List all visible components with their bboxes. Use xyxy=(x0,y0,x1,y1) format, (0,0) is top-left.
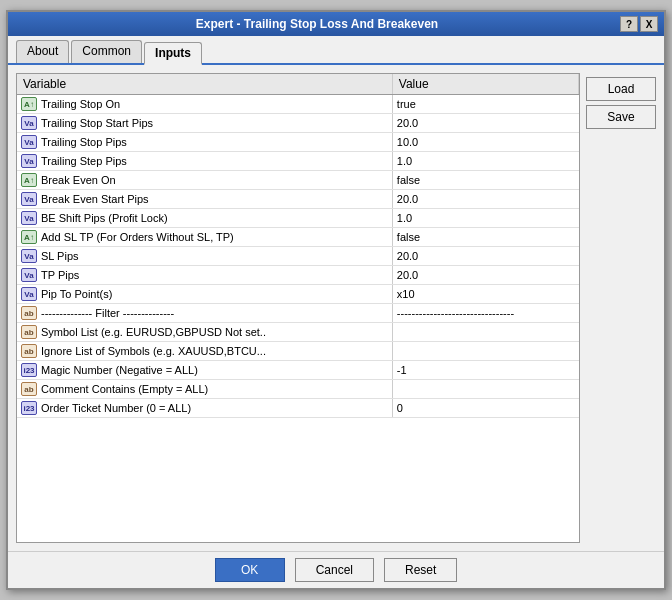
col-value-header: Value xyxy=(392,74,578,95)
value-cell: x10 xyxy=(392,285,578,304)
table-row[interactable]: A↑ Trailing Stop On true xyxy=(17,95,579,114)
variable-name: Ignore List of Symbols (e.g. XAUUSD,BTCU… xyxy=(41,345,266,357)
side-buttons: Load Save xyxy=(586,73,656,543)
table-row[interactable]: ab -------------- Filter -------------- … xyxy=(17,304,579,323)
tab-common[interactable]: Common xyxy=(71,40,142,63)
table-row[interactable]: i23 Magic Number (Negative = ALL) -1 xyxy=(17,361,579,380)
row-type-icon: ab xyxy=(21,306,37,320)
variable-name: Trailing Step Pips xyxy=(41,155,127,167)
inputs-table: Variable Value A↑ Trailing Stop On true … xyxy=(17,74,579,418)
variable-cell: ab Symbol List (e.g. EURUSD,GBPUSD Not s… xyxy=(21,325,388,339)
value-cell xyxy=(392,323,578,342)
table-row[interactable]: Va Pip To Point(s) x10 xyxy=(17,285,579,304)
variable-cell: ab -------------- Filter -------------- xyxy=(21,306,388,320)
variable-name: Symbol List (e.g. EURUSD,GBPUSD Not set.… xyxy=(41,326,266,338)
row-type-icon: ab xyxy=(21,382,37,396)
variable-cell: Va TP Pips xyxy=(21,268,388,282)
table-row[interactable]: ab Comment Contains (Empty = ALL) xyxy=(17,380,579,399)
table-row[interactable]: Va TP Pips 20.0 xyxy=(17,266,579,285)
table-row[interactable]: ab Symbol List (e.g. EURUSD,GBPUSD Not s… xyxy=(17,323,579,342)
variable-cell: Va Trailing Step Pips xyxy=(21,154,388,168)
row-type-icon: Va xyxy=(21,211,37,225)
title-bar: Expert - Trailing Stop Loss And Breakeve… xyxy=(8,12,664,36)
main-area: Variable Value A↑ Trailing Stop On true … xyxy=(16,73,656,543)
value-cell: 20.0 xyxy=(392,114,578,133)
row-type-icon: A↑ xyxy=(21,230,37,244)
row-type-icon: ab xyxy=(21,325,37,339)
value-cell: 1.0 xyxy=(392,152,578,171)
variable-name: -------------- Filter -------------- xyxy=(41,307,174,319)
close-button[interactable]: X xyxy=(640,16,658,32)
variable-name: BE Shift Pips (Profit Lock) xyxy=(41,212,168,224)
load-button[interactable]: Load xyxy=(586,77,656,101)
variable-name: Break Even On xyxy=(41,174,116,186)
table-row[interactable]: A↑ Break Even On false xyxy=(17,171,579,190)
variable-name: Comment Contains (Empty = ALL) xyxy=(41,383,208,395)
value-cell xyxy=(392,342,578,361)
table-row[interactable]: Va BE Shift Pips (Profit Lock) 1.0 xyxy=(17,209,579,228)
help-button[interactable]: ? xyxy=(620,16,638,32)
value-cell: 20.0 xyxy=(392,266,578,285)
variable-cell: Va Trailing Stop Pips xyxy=(21,135,388,149)
row-type-icon: Va xyxy=(21,135,37,149)
table-row[interactable]: ab Ignore List of Symbols (e.g. XAUUSD,B… xyxy=(17,342,579,361)
variable-cell: A↑ Break Even On xyxy=(21,173,388,187)
variable-name: Pip To Point(s) xyxy=(41,288,112,300)
variable-name: Magic Number (Negative = ALL) xyxy=(41,364,198,376)
value-cell: 20.0 xyxy=(392,190,578,209)
value-cell: -1 xyxy=(392,361,578,380)
row-type-icon: i23 xyxy=(21,363,37,377)
row-type-icon: Va xyxy=(21,116,37,130)
value-cell: false xyxy=(392,228,578,247)
variable-cell: Va BE Shift Pips (Profit Lock) xyxy=(21,211,388,225)
table-row[interactable]: Va Break Even Start Pips 20.0 xyxy=(17,190,579,209)
variable-cell: i23 Order Ticket Number (0 = ALL) xyxy=(21,401,388,415)
variable-cell: A↑ Add SL TP (For Orders Without SL, TP) xyxy=(21,230,388,244)
variable-name: SL Pips xyxy=(41,250,79,262)
row-type-icon: i23 xyxy=(21,401,37,415)
row-type-icon: Va xyxy=(21,192,37,206)
content-area: Variable Value A↑ Trailing Stop On true … xyxy=(8,65,664,551)
tab-inputs[interactable]: Inputs xyxy=(144,42,202,65)
variable-name: Trailing Stop Start Pips xyxy=(41,117,153,129)
variable-cell: i23 Magic Number (Negative = ALL) xyxy=(21,363,388,377)
variable-name: Trailing Stop Pips xyxy=(41,136,127,148)
table-row[interactable]: Va Trailing Stop Start Pips 20.0 xyxy=(17,114,579,133)
variable-name: Trailing Stop On xyxy=(41,98,120,110)
table-row[interactable]: Va SL Pips 20.0 xyxy=(17,247,579,266)
table-row[interactable]: i23 Order Ticket Number (0 = ALL) 0 xyxy=(17,399,579,418)
inputs-table-container[interactable]: Variable Value A↑ Trailing Stop On true … xyxy=(16,73,580,543)
ok-button[interactable]: OK xyxy=(215,558,285,582)
variable-cell: Va Pip To Point(s) xyxy=(21,287,388,301)
row-type-icon: Va xyxy=(21,268,37,282)
reset-button[interactable]: Reset xyxy=(384,558,457,582)
row-type-icon: Va xyxy=(21,287,37,301)
value-cell xyxy=(392,380,578,399)
variable-cell: Va SL Pips xyxy=(21,249,388,263)
variable-cell: A↑ Trailing Stop On xyxy=(21,97,388,111)
variable-cell: ab Ignore List of Symbols (e.g. XAUUSD,B… xyxy=(21,344,388,358)
value-cell: -------------------------------- xyxy=(392,304,578,323)
bottom-bar: OK Cancel Reset xyxy=(8,551,664,588)
variable-name: TP Pips xyxy=(41,269,79,281)
main-window: Expert - Trailing Stop Loss And Breakeve… xyxy=(6,10,666,590)
table-row[interactable]: A↑ Add SL TP (For Orders Without SL, TP)… xyxy=(17,228,579,247)
row-type-icon: A↑ xyxy=(21,173,37,187)
table-row[interactable]: Va Trailing Step Pips 1.0 xyxy=(17,152,579,171)
tab-bar: About Common Inputs xyxy=(8,36,664,65)
save-button[interactable]: Save xyxy=(586,105,656,129)
value-cell: 10.0 xyxy=(392,133,578,152)
row-type-icon: Va xyxy=(21,249,37,263)
value-cell: 20.0 xyxy=(392,247,578,266)
variable-cell: Va Trailing Stop Start Pips xyxy=(21,116,388,130)
variable-name: Add SL TP (For Orders Without SL, TP) xyxy=(41,231,234,243)
row-type-icon: ab xyxy=(21,344,37,358)
cancel-button[interactable]: Cancel xyxy=(295,558,374,582)
title-buttons: ? X xyxy=(620,16,658,32)
value-cell: true xyxy=(392,95,578,114)
variable-cell: ab Comment Contains (Empty = ALL) xyxy=(21,382,388,396)
tab-about[interactable]: About xyxy=(16,40,69,63)
table-row[interactable]: Va Trailing Stop Pips 10.0 xyxy=(17,133,579,152)
value-cell: 0 xyxy=(392,399,578,418)
value-cell: false xyxy=(392,171,578,190)
